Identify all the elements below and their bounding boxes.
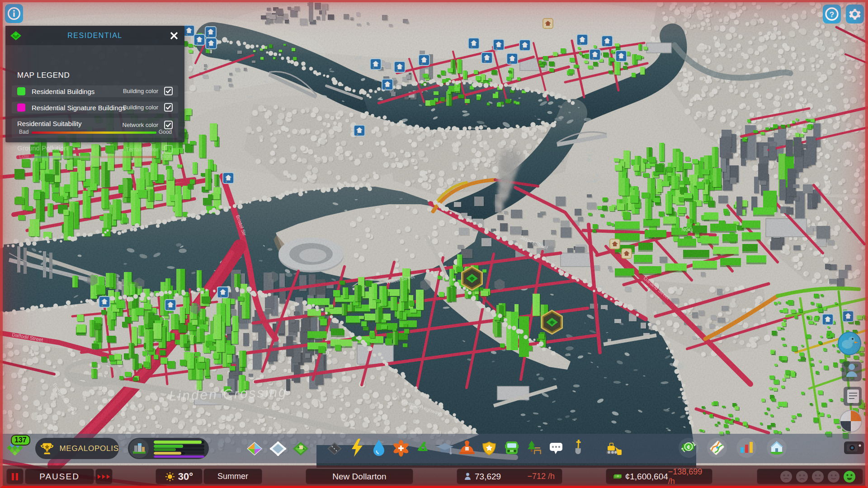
svg-text:¢: ¢ — [687, 444, 690, 450]
svg-text:?: ? — [830, 10, 834, 19]
